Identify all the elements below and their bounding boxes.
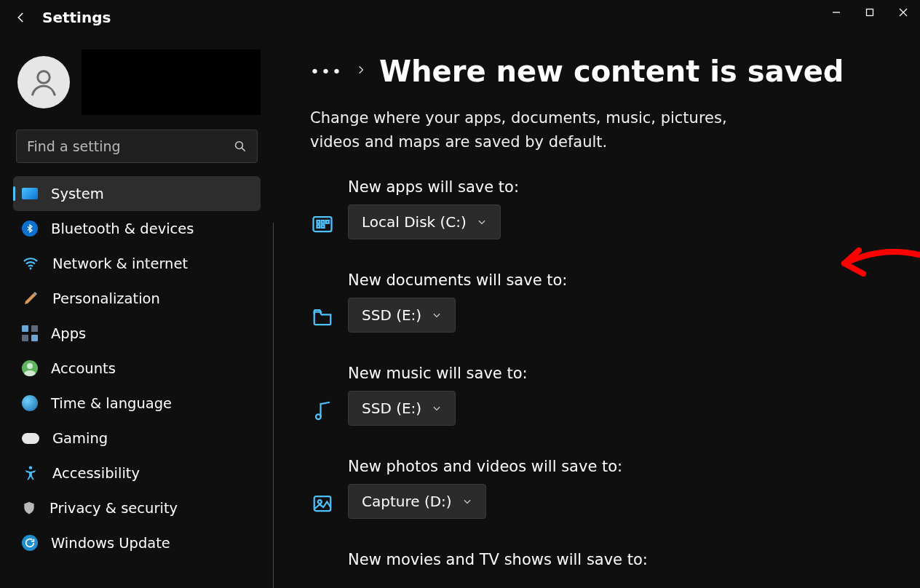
sidebar-item-label: Accounts	[51, 360, 116, 377]
setting-row-photos-videos: New photos and videos will save to: Capt…	[312, 458, 891, 519]
setting-row-apps: New apps will save to: Local Disk (C:)	[312, 178, 891, 239]
globe-clock-icon	[22, 395, 38, 411]
sidebar-item-gaming[interactable]: Gaming	[13, 421, 261, 456]
documents-location-dropdown[interactable]: SSD (E:)	[348, 298, 456, 333]
svg-rect-10	[326, 220, 329, 223]
setting-label: New photos and videos will save to:	[348, 458, 622, 475]
setting-row-movies-tv: New movies and TV shows will save to:	[312, 551, 891, 577]
dropdown-value: SSD (E:)	[362, 400, 421, 417]
sidebar-item-label: System	[51, 186, 104, 202]
setting-label: New movies and TV shows will save to:	[348, 551, 648, 568]
image-icon	[312, 493, 333, 514]
close-button[interactable]	[887, 0, 920, 25]
chevron-down-icon	[477, 213, 487, 231]
setting-label: New apps will save to:	[348, 178, 519, 196]
dropdown-value: Capture (D:)	[362, 493, 452, 510]
music-location-dropdown[interactable]: SSD (E:)	[348, 391, 456, 426]
search-input[interactable]	[27, 138, 216, 154]
search-icon	[234, 140, 247, 153]
content-pane: ••• Where new content is saved Change wh…	[269, 35, 920, 588]
avatar	[17, 56, 70, 108]
sidebar-item-label: Network & internet	[52, 255, 188, 272]
sidebar-item-label: Apps	[51, 325, 86, 342]
sidebar-item-label: Windows Update	[51, 535, 170, 552]
minimize-button[interactable]	[820, 0, 853, 25]
sidebar-item-label: Bluetooth & devices	[51, 220, 194, 237]
page-title: Where new content is saved	[379, 55, 844, 87]
svg-point-3	[236, 142, 243, 149]
svg-rect-7	[314, 217, 332, 231]
sidebar-item-windows-update[interactable]: Windows Update	[13, 525, 261, 560]
svg-point-6	[29, 466, 32, 469]
svg-rect-1	[867, 9, 873, 16]
svg-rect-11	[317, 225, 320, 228]
sidebar-item-accessibility[interactable]: Accessibility	[13, 456, 261, 490]
svg-line-4	[242, 148, 245, 151]
dropdown-value: SSD (E:)	[362, 306, 421, 324]
app-title: Settings	[42, 9, 111, 26]
setting-row-documents: New documents will save to: SSD (E:)	[312, 271, 891, 333]
sidebar-item-system[interactable]: System	[13, 176, 261, 211]
svg-rect-9	[322, 220, 325, 223]
music-note-icon	[312, 400, 333, 421]
svg-point-5	[30, 268, 32, 270]
chevron-right-icon	[356, 65, 366, 78]
breadcrumb: ••• Where new content is saved	[310, 55, 891, 87]
sidebar-item-label: Time & language	[51, 395, 172, 412]
titlebar: Settings	[0, 0, 920, 35]
account-name-redacted	[82, 49, 261, 115]
chevron-down-icon	[462, 493, 472, 510]
apps-location-dropdown[interactable]: Local Disk (C:)	[348, 204, 501, 239]
svg-rect-12	[322, 225, 325, 228]
gamepad-icon	[22, 433, 39, 444]
sidebar-item-privacy[interactable]: Privacy & security	[13, 490, 261, 525]
sidebar-item-label: Personalization	[52, 290, 160, 307]
sidebar-item-network[interactable]: Network & internet	[13, 246, 261, 281]
accessibility-icon	[22, 464, 39, 482]
photos-location-dropdown[interactable]: Capture (D:)	[348, 484, 486, 519]
folder-icon	[312, 306, 333, 328]
sidebar-item-accounts[interactable]: Accounts	[13, 351, 261, 386]
account-header[interactable]	[13, 49, 261, 115]
setting-row-music: New music will save to: SSD (E:)	[312, 365, 891, 426]
dropdown-value: Local Disk (C:)	[362, 213, 467, 231]
sidebar-item-label: Gaming	[52, 430, 108, 447]
sidebar-item-personalization[interactable]: Personalization	[13, 281, 261, 316]
bluetooth-icon	[22, 220, 38, 237]
svg-point-16	[318, 500, 322, 504]
back-button[interactable]	[15, 11, 28, 24]
sidebar-item-label: Privacy & security	[49, 500, 178, 517]
sidebar-item-label: Accessibility	[52, 465, 140, 482]
sidebar-item-bluetooth[interactable]: Bluetooth & devices	[13, 211, 261, 246]
chevron-down-icon	[432, 400, 442, 417]
apps-save-icon	[312, 213, 333, 235]
sidebar-item-time-language[interactable]: Time & language	[13, 386, 261, 421]
svg-point-2	[38, 71, 50, 84]
window-controls	[820, 0, 920, 35]
nav-list: System Bluetooth & devices Network & int…	[13, 176, 261, 560]
update-icon	[22, 535, 38, 551]
shield-icon	[22, 500, 36, 516]
person-icon	[22, 360, 38, 376]
paintbrush-icon	[22, 290, 39, 307]
wifi-icon	[22, 255, 39, 272]
chevron-down-icon	[432, 306, 442, 324]
setting-label: New music will save to:	[348, 365, 528, 382]
apps-icon	[22, 325, 38, 341]
search-field[interactable]	[16, 130, 258, 163]
svg-rect-8	[317, 220, 320, 223]
setting-label: New documents will save to:	[348, 271, 567, 289]
svg-point-13	[316, 414, 321, 419]
breadcrumb-ellipsis[interactable]: •••	[310, 63, 343, 81]
sidebar: System Bluetooth & devices Network & int…	[0, 35, 269, 588]
sidebar-item-apps[interactable]: Apps	[13, 316, 261, 351]
system-icon	[22, 188, 38, 199]
maximize-button[interactable]	[853, 0, 887, 25]
page-subtitle: Change where your apps, documents, music…	[310, 106, 776, 154]
